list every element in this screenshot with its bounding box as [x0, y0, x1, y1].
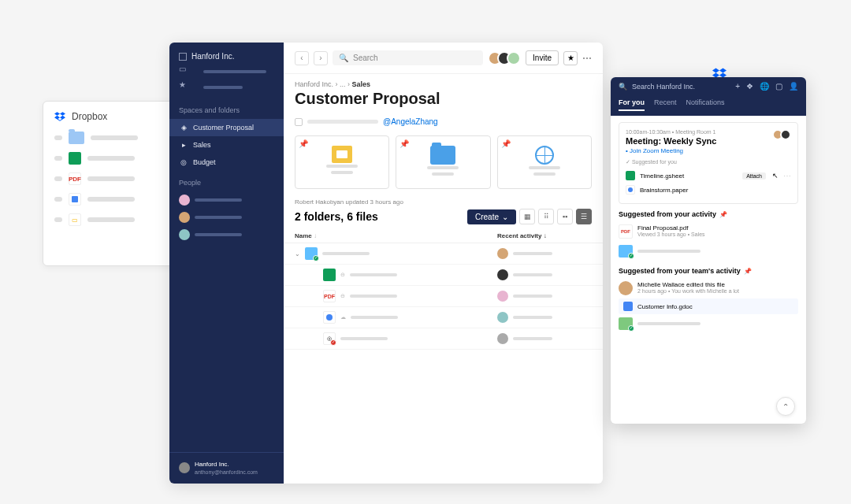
meeting-card: 10:00am-10:30am • Meeting Room 1 Meeting… [619, 122, 798, 204]
pin-icon[interactable]: 📌 [744, 268, 752, 275]
gdoc-icon [623, 302, 633, 311]
view-card-button[interactable]: ▦ [519, 209, 535, 224]
paper-icon [626, 185, 635, 195]
more-button[interactable]: ⋯ [582, 53, 592, 64]
building-icon [179, 53, 187, 61]
sidebar-person[interactable] [169, 209, 284, 226]
sidebar-item-sales[interactable]: ▸ Sales [169, 136, 284, 154]
suggested-file[interactable]: Timeline.gsheet Attach ↖ ⋯ [626, 169, 791, 183]
table-row[interactable]: PDF⊖ [284, 286, 603, 307]
pin-icon[interactable]: 📌 [719, 211, 727, 218]
folder-icon [619, 245, 633, 258]
paper-icon [69, 193, 81, 206]
sidebar-footer[interactable]: Hanford Inc. anthony@hanfordinc.com [169, 452, 284, 484]
meeting-time: 10:00am-10:30am • Meeting Room 1 [626, 129, 716, 135]
avatar [497, 291, 508, 302]
gsheet-icon [323, 269, 336, 281]
join-meeting-link[interactable]: • Join Zoom Meeting [626, 147, 716, 154]
scroll-up-button[interactable]: ⌃ [776, 397, 795, 416]
globe-icon [535, 146, 554, 165]
tab-notifications[interactable]: Notifications [686, 98, 725, 111]
tab-recent[interactable]: Recent [654, 98, 677, 111]
team-activity-item[interactable]: Michelle Wallace edited this file2 hours… [619, 278, 798, 298]
search-input[interactable]: 🔍 Search [333, 50, 483, 65]
back-button[interactable]: ‹ [295, 51, 309, 65]
pinned-card[interactable]: 📌 [295, 135, 389, 189]
team-activity-item[interactable] [619, 314, 798, 333]
search-icon: 🔍 [339, 54, 348, 62]
view-grid-button[interactable]: ⠿ [538, 209, 554, 224]
suggested-file[interactable]: Brainstorm.paper [626, 183, 791, 197]
folder-summary: 2 folders, 6 files [295, 210, 378, 223]
table-row[interactable]: ☁ [284, 307, 603, 328]
folder-icon [69, 132, 84, 144]
globe-icon[interactable]: 🌐 [760, 82, 769, 91]
table-row[interactable]: ◎ [284, 328, 603, 350]
view-list-button[interactable]: ☰ [576, 209, 592, 224]
main-window: Hanford Inc. ▭ ★ Spaces and folders ◈ Cu… [169, 43, 603, 484]
folder-icon [305, 247, 318, 260]
invite-button[interactable]: Invite [526, 50, 559, 65]
user-icon[interactable]: 👤 [789, 82, 798, 91]
section-team-activity: Suggested from your team's activity 📌 [619, 267, 798, 275]
file-icon: ◎ [323, 332, 336, 345]
avatar [179, 212, 190, 223]
breadcrumb[interactable]: Hanford Inc. › ... › Sales [284, 74, 603, 90]
dropbox-icon [54, 111, 65, 122]
folder-icon[interactable]: ▢ [775, 82, 782, 91]
activity-item[interactable]: PDF Final Proposal.pdfViewed 3 hours ago… [619, 221, 798, 242]
pdf-icon: PDF [619, 224, 633, 239]
table-row[interactable]: ⌄ [284, 243, 603, 265]
pinned-card[interactable]: 📌 [396, 135, 490, 189]
avatar [497, 248, 508, 259]
chevron-down-icon[interactable]: ⌄ [295, 250, 300, 258]
panel-search[interactable]: 🔍 Search Hanford Inc. + ❖ 🌐 ▢ 👤 [611, 77, 806, 95]
folder-icon [619, 317, 633, 330]
sidebar-nav-item[interactable]: ★ [179, 76, 274, 92]
forward-button[interactable]: › [314, 51, 328, 65]
update-info: Robert Hakobyan updated 3 hours ago [284, 197, 603, 207]
member-avatars[interactable] [488, 51, 521, 65]
cube-icon: ◈ [179, 123, 188, 132]
avatar [497, 333, 508, 344]
folder-icon [430, 146, 455, 165]
sidebar-person[interactable] [169, 191, 284, 209]
avatar [507, 51, 521, 65]
pin-icon: 📌 [299, 139, 308, 148]
view-large-button[interactable]: ▪▪ [557, 209, 573, 224]
activity-item[interactable] [619, 242, 798, 261]
avatar [619, 281, 633, 295]
col-activity[interactable]: Recent activity ↓ [497, 232, 592, 239]
tab-for-you[interactable]: For you [619, 98, 645, 111]
folder-icon: ▸ [179, 140, 188, 150]
pin-icon: 📌 [501, 139, 511, 148]
star-button[interactable]: ★ [563, 51, 578, 65]
page-title: Customer Proposal [284, 90, 603, 114]
task-row[interactable]: @AngelaZhang [284, 114, 603, 132]
mention[interactable]: @AngelaZhang [383, 117, 438, 126]
pdf-icon: PDF [323, 290, 336, 302]
cursor-icon: ↖ [772, 172, 779, 180]
content-area: ‹ › 🔍 Search Invite ★ ⋯ Hanford Inc. › .… [284, 43, 603, 484]
pinned-card[interactable]: 📌 [497, 135, 592, 189]
checkbox[interactable] [295, 118, 303, 126]
layers-icon[interactable]: ❖ [746, 82, 753, 91]
more-icon[interactable]: ⋯ [783, 172, 791, 180]
gslides-icon: ▭ [69, 213, 81, 226]
sidebar-person[interactable] [169, 226, 284, 243]
sidebar-item-budget[interactable]: ◎ Budget [169, 154, 284, 171]
team-file[interactable]: Customer Info.gdoc [619, 298, 798, 314]
meeting-avatars [775, 129, 791, 140]
org-name[interactable]: Hanford Inc. [179, 52, 274, 61]
attach-button[interactable]: Attach [742, 172, 766, 180]
gslides-icon [332, 146, 352, 163]
table-row[interactable]: ⊖ [284, 265, 603, 286]
pinned-items: 📌 📌 📌 [284, 132, 603, 197]
sidebar-item-customer-proposal[interactable]: ◈ Customer Proposal [169, 119, 284, 136]
col-name[interactable]: Name ↓ [295, 232, 497, 239]
plus-icon[interactable]: + [735, 82, 740, 91]
create-button[interactable]: Create⌄ [467, 209, 516, 224]
sidebar-nav-item[interactable]: ▭ [179, 61, 274, 76]
section-activity: Suggested from your activity 📌 [619, 210, 798, 218]
avatar [497, 269, 508, 280]
